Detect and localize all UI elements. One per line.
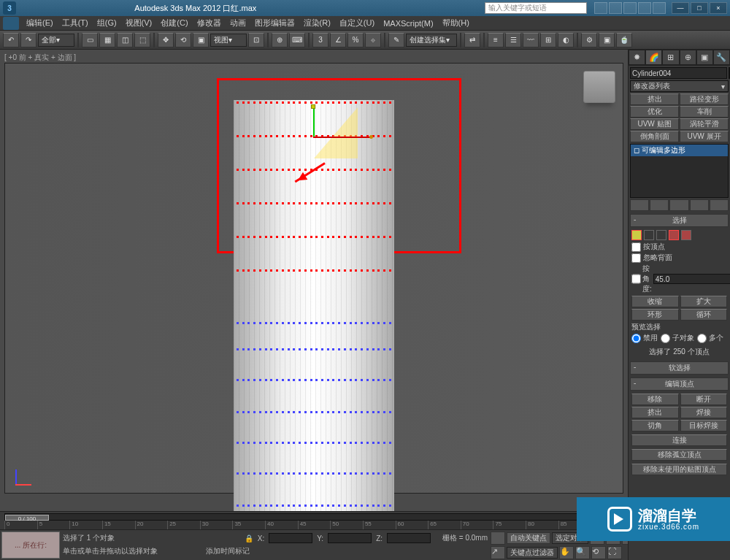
close-button[interactable]: × xyxy=(710,2,727,14)
scale-button[interactable]: ▣ xyxy=(193,33,209,47)
mod-extrude[interactable]: 挤出 xyxy=(630,93,679,105)
y-input[interactable] xyxy=(328,533,372,543)
menu-rendering[interactable]: 渲染(R) xyxy=(299,18,335,28)
make-unique-button[interactable] xyxy=(669,199,688,211)
rollout-edit-vertices-header[interactable]: 编辑顶点 xyxy=(630,377,729,391)
nav-max-button[interactable]: ⛶ xyxy=(607,546,622,559)
mod-uvwunwrap[interactable]: UVW 展开 xyxy=(680,131,729,142)
help-icon[interactable] xyxy=(653,2,666,14)
add-time-tag[interactable]: 添加时间标记 xyxy=(206,546,250,556)
window-crossing-button[interactable]: ⬚ xyxy=(134,33,150,47)
subobj-edge-icon[interactable] xyxy=(644,230,654,240)
mod-uvwmap[interactable]: UVW 贴图 xyxy=(630,118,679,130)
app-logo[interactable]: 3 xyxy=(3,1,16,15)
mirror-button[interactable]: ⇄ xyxy=(464,33,480,47)
weld-vertex-button[interactable]: 焊接 xyxy=(680,407,728,418)
tab-utilities[interactable]: 🔧 xyxy=(713,50,730,65)
select-button[interactable]: ▭ xyxy=(82,33,98,47)
target-weld-button[interactable]: 目标焊接 xyxy=(680,420,728,431)
application-button[interactable] xyxy=(3,17,19,30)
time-slider[interactable]: 0 / 100 05101520253035404550556065707580… xyxy=(0,511,628,529)
mod-pathdeform[interactable]: 路径变形 xyxy=(680,93,729,105)
nav-pan-button[interactable]: ✋ xyxy=(559,546,574,559)
rotate-button[interactable]: ⟲ xyxy=(175,33,191,47)
subobj-element-icon[interactable] xyxy=(681,230,691,240)
tab-hierarchy[interactable]: ⊞ xyxy=(662,50,679,65)
extrude-vertex-button[interactable]: 挤出 xyxy=(631,407,679,418)
rendered-frame-button[interactable]: ▣ xyxy=(599,33,615,47)
subobj-border-icon[interactable] xyxy=(656,230,666,240)
menu-views[interactable]: 视图(V) xyxy=(121,18,157,28)
percent-snap-button[interactable]: % xyxy=(347,33,364,47)
selection-filter-dropdown[interactable]: 全部 ▾ xyxy=(38,34,74,47)
remove-unused-map-button[interactable]: 移除未使用的贴图顶点 xyxy=(631,464,727,475)
material-editor-button[interactable]: ◐ xyxy=(558,33,574,47)
undo-button[interactable]: ↶ xyxy=(3,33,19,47)
loop-button[interactable]: 循环 xyxy=(680,309,728,321)
nav-orbit-button[interactable]: ⟲ xyxy=(591,546,606,559)
remove-isolated-button[interactable]: 移除孤立顶点 xyxy=(631,449,727,461)
star-icon[interactable] xyxy=(609,2,622,14)
viewport-label[interactable]: [ +0 前 + 真实 + 边面 ] xyxy=(4,53,76,63)
by-angle-input[interactable] xyxy=(653,274,730,284)
menu-tools[interactable]: 工具(T) xyxy=(58,18,93,28)
model-cylinder[interactable] xyxy=(230,100,398,554)
manipulate-button[interactable]: ⊕ xyxy=(272,33,288,47)
key-mode-button[interactable]: ↗ xyxy=(491,546,505,559)
render-setup-button[interactable]: ⚙ xyxy=(581,33,597,47)
grow-button[interactable]: 扩大 xyxy=(680,296,728,307)
maximize-button[interactable]: □ xyxy=(691,2,708,14)
preview-off-radio[interactable]: 禁用 xyxy=(631,333,658,343)
menu-edit[interactable]: 编辑(E) xyxy=(22,18,58,28)
pin-stack-button[interactable] xyxy=(630,199,649,211)
by-vertex-checkbox[interactable]: 按顶点 xyxy=(631,242,727,252)
ref-coord-dropdown[interactable]: 视图 ▾ xyxy=(210,34,247,47)
viewcube[interactable] xyxy=(583,71,615,103)
menu-grapheditors[interactable]: 图形编辑器 xyxy=(250,18,299,28)
angle-snap-button[interactable]: ∠ xyxy=(330,33,346,47)
menu-create[interactable]: 创建(C) xyxy=(156,18,192,28)
menu-group[interactable]: 组(G) xyxy=(93,18,121,28)
mod-turbosmooth[interactable]: 涡轮平滑 xyxy=(680,118,729,130)
preview-multi-radio[interactable]: 多个 xyxy=(697,333,723,343)
menu-help[interactable]: 帮助(H) xyxy=(438,18,474,28)
connect-button[interactable]: 连接 xyxy=(631,434,727,446)
subobj-vertex-icon[interactable] xyxy=(631,230,642,240)
show-end-result-button[interactable] xyxy=(650,199,669,211)
move-button[interactable]: ✥ xyxy=(158,33,174,47)
curve-editor-button[interactable]: 〰 xyxy=(523,33,539,47)
select-name-button[interactable]: ▦ xyxy=(99,33,115,47)
modifier-stack[interactable]: ◻ 可编辑多边形 xyxy=(630,144,729,198)
snap-button[interactable]: 3 xyxy=(312,33,328,47)
remove-vertex-button[interactable]: 移除 xyxy=(631,394,679,405)
rollout-selection-header[interactable]: 选择 xyxy=(630,214,729,227)
nav-zoom-button[interactable]: 🔍 xyxy=(575,546,590,559)
menu-modifiers[interactable]: 修改器 xyxy=(193,18,226,28)
redo-button[interactable]: ↷ xyxy=(20,33,36,47)
shrink-button[interactable]: 收缩 xyxy=(631,296,679,307)
spinner-snap-button[interactable]: ⟐ xyxy=(365,33,381,47)
rollout-soft-header[interactable]: 软选择 xyxy=(630,361,729,375)
isolate-button[interactable] xyxy=(491,532,505,545)
layers-button[interactable]: ☰ xyxy=(505,33,521,47)
modifier-list-dropdown[interactable]: 修改器列表▾ xyxy=(630,80,729,92)
stack-item-editable-poly[interactable]: ◻ 可编辑多边形 xyxy=(631,145,728,156)
edit-named-sel-button[interactable]: ✎ xyxy=(388,33,404,47)
configure-sets-button[interactable] xyxy=(710,199,729,211)
chamfer-vertex-button[interactable]: 切角 xyxy=(631,420,679,431)
menu-customize[interactable]: 自定义(U) xyxy=(335,18,379,28)
pivot-button[interactable]: ⊡ xyxy=(248,33,264,47)
named-sel-dropdown[interactable]: 创建选择集 ▾ xyxy=(406,34,457,47)
schematic-button[interactable]: ⊞ xyxy=(540,33,556,47)
render-button[interactable]: 🍵 xyxy=(616,33,632,47)
tab-modify[interactable]: 🌈 xyxy=(645,50,662,65)
object-name-input[interactable] xyxy=(630,67,727,79)
break-vertex-button[interactable]: 断开 xyxy=(680,394,728,405)
tab-display[interactable]: ▣ xyxy=(696,50,713,65)
viewport[interactable] xyxy=(4,63,623,494)
time-handle[interactable]: 0 / 100 xyxy=(5,515,49,521)
menu-maxscript[interactable]: MAXScript(M) xyxy=(379,19,437,28)
minimize-button[interactable]: — xyxy=(672,2,689,14)
align-button[interactable]: ≡ xyxy=(488,33,504,47)
menu-animation[interactable]: 动画 xyxy=(226,18,250,28)
